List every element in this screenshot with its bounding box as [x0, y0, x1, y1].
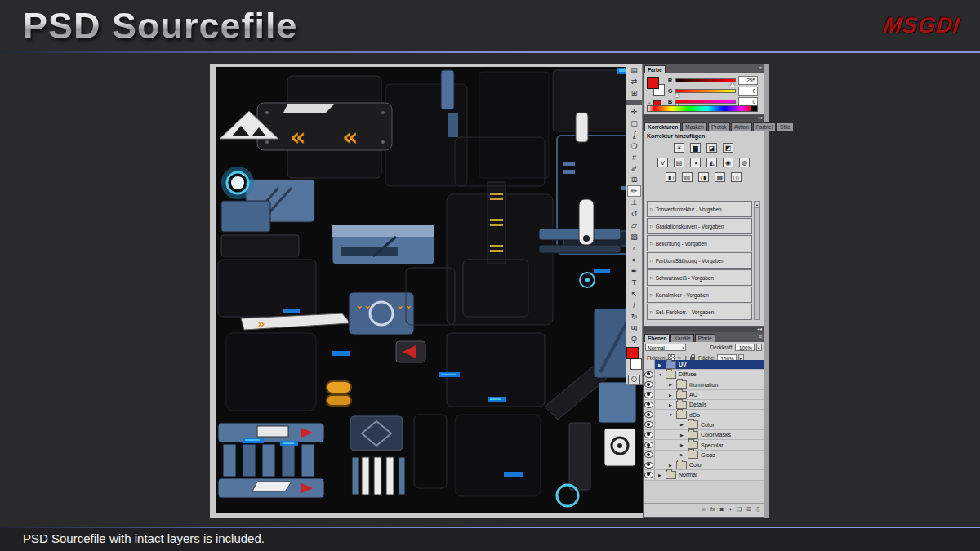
expand-arrow-icon[interactable]: ▶	[658, 473, 663, 478]
opacity-spinner-icon[interactable]: ▸	[756, 344, 762, 351]
preset-row[interactable]: ▷Sel. Farbkorr. - Vorgaben	[647, 304, 752, 320]
panel-foreground-swatch[interactable]	[647, 77, 659, 89]
new-layer-icon[interactable]: ⊞	[746, 505, 751, 513]
visibility-toggle[interactable]	[644, 460, 655, 469]
red-value-field[interactable]: 255	[738, 76, 758, 85]
visibility-toggle[interactable]	[644, 430, 655, 439]
blur-tool-icon[interactable]: ∘	[627, 242, 641, 254]
texture-canvas[interactable]: « «	[210, 64, 643, 518]
expand-arrow-icon[interactable]: ▼	[658, 372, 663, 377]
layer-row-normal[interactable]: ▶Normal	[644, 470, 764, 480]
expand-arrow-icon[interactable]: ▷	[650, 258, 653, 263]
background-color-swatch[interactable]	[630, 358, 642, 370]
dodge-tool-icon[interactable]: ◐	[627, 254, 641, 265]
panel-menu-icon[interactable]: ≡	[759, 65, 762, 71]
delete-layer-icon[interactable]: ▯	[756, 505, 760, 513]
adj-gradient-map-icon[interactable]: ▩	[715, 172, 725, 182]
expand-arrow-icon[interactable]: ▶	[680, 433, 685, 438]
zoom-tool-icon[interactable]: Ϙ	[627, 333, 641, 344]
adj-selective-color-icon[interactable]: ◫	[731, 172, 742, 182]
red-slider[interactable]	[675, 78, 736, 82]
scroll-up-icon[interactable]: ▲	[755, 202, 760, 208]
line-tool-icon[interactable]: /	[627, 300, 641, 311]
preset-row[interactable]: ▷Tonwertkorrektur - Vorgaben	[647, 201, 752, 217]
layer-row-ao[interactable]: ▶AO	[644, 390, 764, 400]
adj-black-white-icon[interactable]: ◭	[706, 158, 717, 167]
slider-handle[interactable]	[675, 93, 679, 97]
adj-color-balance-icon[interactable]: ◑	[690, 158, 701, 167]
visibility-toggle[interactable]	[644, 390, 655, 399]
visibility-toggle[interactable]	[644, 380, 655, 389]
adj-invert-icon[interactable]: ◧	[666, 172, 676, 182]
link-layers-icon[interactable]: ∞	[702, 505, 706, 513]
expand-arrow-icon[interactable]: ▷	[650, 241, 653, 246]
green-slider[interactable]	[675, 89, 736, 93]
gradient-tool-icon[interactable]: ▧	[627, 231, 641, 242]
clone-stamp-tool-icon[interactable]: ⊥	[627, 197, 641, 208]
tab-pfade[interactable]: Pfade	[695, 334, 715, 342]
tab-korrekturen[interactable]: Korrekturen	[644, 122, 681, 131]
preset-row[interactable]: ▷Belichtung - Vorgaben	[647, 235, 752, 251]
eyedropper-tool-icon[interactable]: ✐	[627, 163, 641, 175]
layer-row-diffuse[interactable]: ▼Diffuse	[644, 370, 764, 380]
panel-collapse-bar[interactable]: ◂◂	[643, 115, 764, 121]
blue-value-field[interactable]: 0	[738, 97, 758, 106]
tab-ebenen[interactable]: Ebenen	[644, 334, 670, 342]
rotate-view-tool-icon[interactable]: ↻	[627, 311, 641, 322]
expand-arrow-icon[interactable]: ▷	[650, 309, 653, 314]
expand-arrow-icon[interactable]: ▷	[650, 275, 653, 280]
panel-collapse-bar[interactable]: ◂◂	[643, 327, 764, 332]
green-value-field[interactable]: 0	[738, 87, 758, 96]
crop-tool-icon[interactable]: #	[627, 152, 641, 163]
adj-exposure-icon[interactable]: ◩	[723, 143, 733, 153]
expand-arrow-icon[interactable]: ▼	[669, 412, 674, 417]
adj-photo-filter-icon[interactable]: ◉	[723, 158, 733, 167]
preset-scrollbar[interactable]: ▲	[754, 201, 760, 320]
move-tool-icon[interactable]: ✛	[627, 106, 641, 118]
marquee-tool-icon[interactable]: ▢	[627, 118, 641, 129]
adjustment-layer-icon[interactable]: ◑	[728, 505, 732, 513]
adj-levels-icon[interactable]: ▆	[690, 143, 701, 153]
panel-dock-icon-2[interactable]: ⇄	[631, 78, 638, 86]
blend-mode-select[interactable]: Normal▾	[645, 344, 686, 351]
expand-arrow-icon[interactable]: ▶	[680, 442, 685, 447]
visibility-toggle[interactable]	[644, 410, 655, 419]
layer-row-colormasks[interactable]: ▶ColorMasks	[644, 430, 764, 440]
adj-posterize-icon[interactable]: ▨	[682, 172, 693, 182]
layer-row-illumination[interactable]: ▶Illumination	[644, 380, 764, 390]
quick-mask-icon[interactable]	[628, 375, 640, 384]
hand-tool-icon[interactable]: ɰ	[627, 322, 641, 333]
tab-protokoll[interactable]: Protok	[708, 122, 730, 131]
visibility-toggle[interactable]	[644, 360, 655, 369]
layer-row-uv[interactable]: ▶UV	[644, 360, 764, 370]
visibility-toggle[interactable]	[644, 400, 655, 409]
expand-arrow-icon[interactable]: ▶	[658, 362, 663, 367]
layer-style-icon[interactable]: fx	[710, 505, 715, 513]
adj-vibrance-icon[interactable]: V	[657, 158, 668, 167]
layer-group-icon[interactable]: ❏	[737, 505, 742, 513]
path-selection-tool-icon[interactable]: ↖	[627, 288, 641, 300]
history-brush-tool-icon[interactable]: ↺	[627, 208, 641, 220]
healing-brush-tool-icon[interactable]: ⊞	[627, 175, 641, 186]
tab-kanaele[interactable]: Kanäle	[670, 334, 693, 342]
adj-channel-mixer-icon[interactable]: ◍	[739, 158, 750, 167]
tab-masken[interactable]: Masken	[682, 122, 707, 131]
panel-dock-icon-3[interactable]: ⊞	[631, 90, 638, 97]
expand-arrow-icon[interactable]: ▶	[680, 452, 685, 457]
panel-dock-icon-1[interactable]: ▤	[630, 67, 638, 74]
visibility-toggle[interactable]	[644, 420, 655, 429]
quick-selection-tool-icon[interactable]: ❍	[627, 140, 641, 152]
layer-row-gloss[interactable]: ▶Gloss	[644, 451, 764, 460]
expand-arrow-icon[interactable]: ▷	[650, 292, 653, 297]
color-spectrum-ramp[interactable]	[647, 105, 758, 112]
expand-arrow-icon[interactable]: ▶	[680, 422, 685, 427]
layer-mask-icon[interactable]: ◙	[720, 505, 724, 513]
preset-row[interactable]: ▷Kanalmixer - Vorgaben	[647, 287, 752, 303]
layer-row-specular[interactable]: ▶Specular	[644, 440, 764, 450]
layer-row-details[interactable]: ▶Details	[644, 400, 764, 410]
layer-row-color[interactable]: ▶Color	[644, 420, 764, 430]
preset-row[interactable]: ▷Gradationskurven - Vorgaben	[647, 218, 752, 234]
pen-tool-icon[interactable]: ✒	[627, 265, 641, 277]
expand-arrow-icon[interactable]: ▶	[669, 393, 674, 398]
visibility-toggle[interactable]	[644, 470, 655, 479]
